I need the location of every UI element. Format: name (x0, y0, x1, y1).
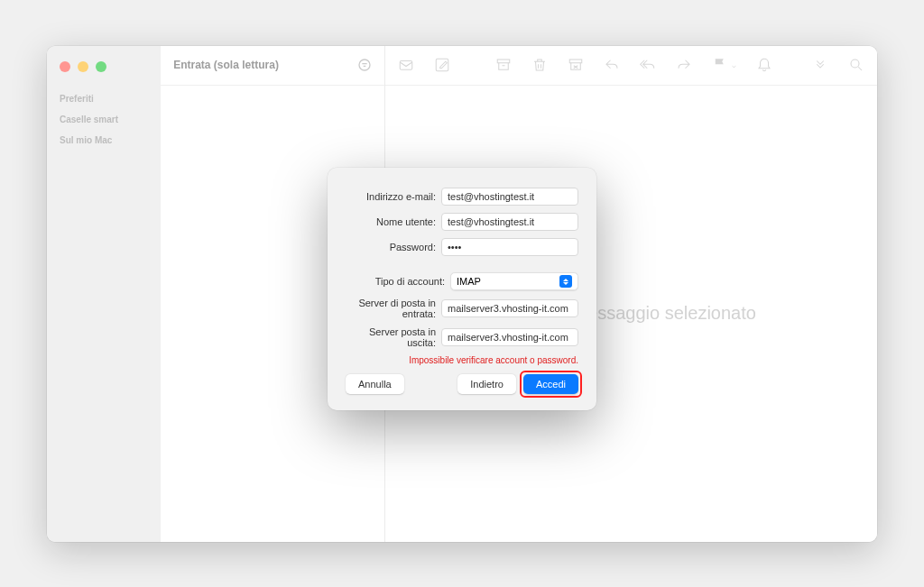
incoming-server-label: Server di posta in entrata: (346, 298, 436, 319)
account-setup-dialog: Indirizzo e-mail: Nome utente: Password:… (328, 168, 596, 410)
login-button[interactable]: Accedi (523, 374, 578, 394)
mail-window: Preferiti Caselle smart Sul mio Mac Entr… (47, 46, 877, 542)
password-field[interactable] (441, 238, 578, 256)
account-type-label: Tipo di account: (346, 276, 445, 287)
dialog-button-row: Annulla Indietro Accedi (346, 374, 578, 394)
dialog-backdrop: Indirizzo e-mail: Nome utente: Password:… (47, 46, 877, 542)
back-button[interactable]: Indietro (457, 374, 516, 394)
username-field[interactable] (441, 213, 578, 231)
error-message: Impossibile verificare account o passwor… (346, 355, 578, 365)
username-label: Nome utente: (346, 216, 436, 227)
email-field[interactable] (441, 188, 578, 206)
account-type-select[interactable]: IMAP (450, 272, 578, 290)
incoming-server-field[interactable] (441, 299, 578, 317)
select-arrows-icon (559, 275, 572, 288)
outgoing-server-label: Server posta in uscita: (346, 326, 436, 348)
cancel-button[interactable]: Annulla (346, 374, 404, 394)
email-label: Indirizzo e-mail: (346, 191, 436, 202)
outgoing-server-field[interactable] (441, 328, 578, 346)
password-label: Password: (346, 242, 436, 252)
account-type-value: IMAP (457, 276, 481, 287)
